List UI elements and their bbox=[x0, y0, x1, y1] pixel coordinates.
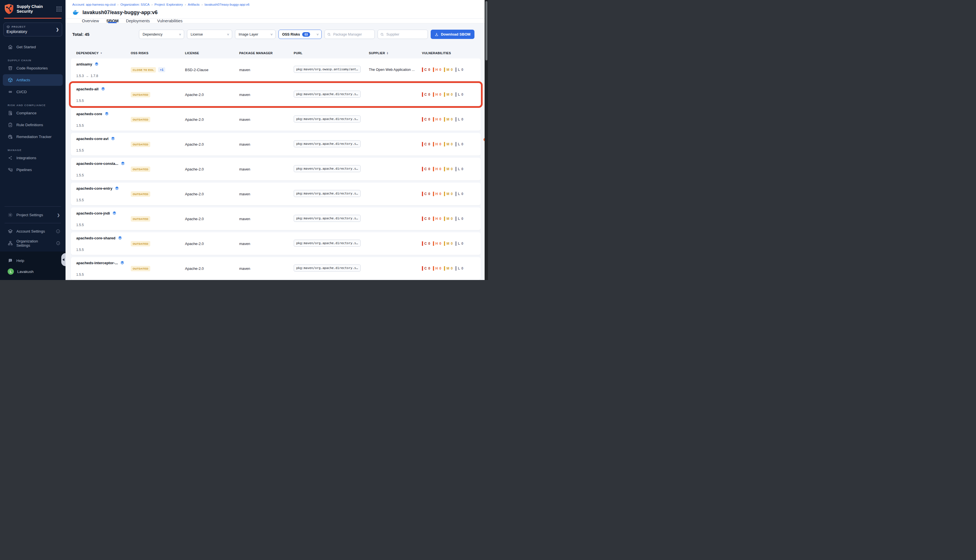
sidebar-item-organization-settings[interactable]: Organization Settingsi bbox=[3, 237, 63, 249]
purl-value[interactable]: pkg:maven/org.apache.directory.s… bbox=[294, 190, 360, 197]
license-value: Apache-2.0 bbox=[185, 242, 239, 246]
oss-risk-badge: OUTDATED bbox=[131, 241, 150, 247]
tab-sbom[interactable]: SBOM bbox=[106, 18, 118, 23]
table-row[interactable]: apacheds-all 1.5.5 OUTDATED Apache-2.0 m… bbox=[71, 83, 480, 106]
purl-value[interactable]: pkg:maven/org.apache.directory.s… bbox=[294, 215, 360, 222]
sidebar-item-label: Integrations bbox=[17, 156, 37, 160]
license-value: Apache-2.0 bbox=[185, 117, 239, 122]
dependency-version: 1.5.5 bbox=[76, 173, 131, 177]
table-row[interactable]: apacheds-core 1.5.5 OUTDATED Apache-2.0 … bbox=[71, 108, 480, 131]
sidebar-item-get-started[interactable]: Get Started bbox=[3, 41, 63, 53]
download-sbom-button[interactable]: Download SBOM bbox=[430, 30, 474, 39]
breadcrumb-link[interactable]: Organization: SSCA bbox=[120, 3, 149, 6]
sidebar-item-ci-cd[interactable]: CI/CD bbox=[3, 86, 63, 98]
vuln-count-m: M 0 bbox=[444, 167, 453, 171]
breadcrumb-link[interactable]: Project: Exploratory bbox=[155, 3, 183, 6]
vulnerability-counts: C 0H 0M 0L 0 bbox=[422, 217, 480, 221]
sidebar-item-integrations[interactable]: Integrations bbox=[3, 152, 63, 164]
oss-risks-count-badge: 03 bbox=[302, 32, 310, 37]
image-layer-filter[interactable]: Image Layer∨ bbox=[235, 30, 275, 39]
page-scrollbar[interactable] bbox=[485, 0, 488, 280]
sidebar-item-compliance[interactable]: Compliance bbox=[3, 107, 63, 119]
breadcrumb-link[interactable]: lavakush07/easy-buggy-app:v6 bbox=[204, 3, 249, 6]
dependency-name: apacheds-all bbox=[76, 87, 98, 91]
oss-risks-filter[interactable]: OSS Risks 03 ∨ bbox=[279, 30, 322, 39]
dependency-name: apacheds-core-entry bbox=[76, 186, 112, 190]
package-manager-value: maven bbox=[239, 68, 294, 72]
info-icon[interactable]: i bbox=[57, 241, 60, 245]
purl-value[interactable]: pkg:maven/org.apache.directory.s… bbox=[294, 265, 360, 272]
layers-icon bbox=[111, 136, 115, 141]
vulnerability-counts: C 0H 0M 0L 0 bbox=[422, 241, 480, 246]
vulnerability-counts: C 0H 0M 0L 0 bbox=[422, 167, 480, 171]
sidebar-item-help[interactable]: ? Help bbox=[3, 255, 63, 266]
table-row[interactable]: antisamy 1.5.3→1.7.8 CLOSE TO EOL+1 BSD-… bbox=[71, 58, 480, 81]
supplier-input[interactable] bbox=[386, 32, 425, 37]
purl-value[interactable]: pkg:maven/org.apache.directory.s… bbox=[294, 115, 360, 122]
purl-value[interactable]: pkg:maven/org.owasp.antisamy/ant… bbox=[294, 66, 360, 73]
sidebar-item-code-repositories[interactable]: Code Repositories bbox=[3, 62, 63, 74]
oss-risk-badge: OUTDATED bbox=[131, 92, 150, 97]
vuln-count-m: M 0 bbox=[444, 241, 453, 246]
dependency-version: 1.5.5 bbox=[76, 198, 131, 202]
sidebar-item-label: Rule Definitions bbox=[17, 123, 43, 127]
svg-text:?: ? bbox=[9, 259, 11, 262]
app-title: Supply Chain Security bbox=[17, 4, 53, 14]
table-row[interactable]: apacheds-core-jndi 1.5.5 OUTDATED Apache… bbox=[71, 207, 480, 230]
package-manager-value: maven bbox=[239, 267, 294, 271]
purl-value[interactable]: pkg:maven/org.apache.directory.s… bbox=[294, 140, 360, 147]
user-menu[interactable]: L Lavakush bbox=[3, 266, 63, 277]
breadcrumb-link[interactable]: Account: app-harness-ng-cicd bbox=[72, 3, 115, 6]
oss-risk-badge: OUTDATED bbox=[131, 142, 150, 147]
dependency-version: 1.5.5 bbox=[76, 148, 131, 152]
sidebar-header: Supply Chain Security bbox=[0, 0, 65, 17]
sidebar-divider bbox=[5, 206, 61, 207]
sidebar-item-rule-definitions[interactable]: Rule Definitions bbox=[3, 119, 63, 131]
breadcrumb-link[interactable]: Artifacts bbox=[188, 3, 200, 6]
oss-risk-badge: CLOSE TO EOL bbox=[131, 67, 156, 73]
sidebar-item-pipelines[interactable]: Pipelines bbox=[3, 164, 63, 175]
table-row[interactable]: apacheds-core-shared 1.5.5 OUTDATED Apac… bbox=[71, 232, 480, 255]
sidebar-item-remediation-tracker[interactable]: Remediation Tracker bbox=[3, 131, 63, 143]
table-body: antisamy 1.5.3→1.7.8 CLOSE TO EOL+1 BSD-… bbox=[71, 58, 488, 280]
dependency-name: apacheds-core-consta... bbox=[76, 162, 118, 166]
column-header-supplier[interactable]: SUPPLIER▲▼ bbox=[369, 52, 422, 55]
supplier-search bbox=[377, 30, 428, 39]
sidebar: Supply Chain Security PROJECT Explorator… bbox=[0, 0, 65, 280]
tab-deployments[interactable]: Deployments bbox=[126, 18, 150, 23]
license-filter[interactable]: License∨ bbox=[187, 30, 232, 39]
info-icon[interactable]: i bbox=[56, 230, 60, 233]
oss-risk-more-badge[interactable]: +1 bbox=[158, 67, 165, 72]
vuln-count-c: C 0 bbox=[422, 241, 430, 246]
table-row[interactable]: apacheds-core-avl 1.5.5 OUTDATED Apache-… bbox=[71, 133, 480, 155]
vuln-count-h: H 0 bbox=[433, 167, 441, 171]
vulnerability-counts: C 0H 0M 0L 0 bbox=[422, 266, 480, 271]
layers-icon bbox=[105, 112, 109, 116]
purl-value[interactable]: pkg:maven/org.apache.directory.s… bbox=[294, 91, 360, 98]
column-header-purl: PURL bbox=[294, 52, 369, 55]
sidebar-item-account-settings[interactable]: Account Settingsi bbox=[3, 225, 63, 237]
dependency-filter[interactable]: Dependency∨ bbox=[139, 30, 184, 39]
chevron-down-icon: ∨ bbox=[179, 33, 181, 36]
scrollbar-thumb[interactable] bbox=[485, 1, 487, 60]
sidebar-item-artifacts[interactable]: Artifacts bbox=[3, 74, 63, 86]
column-header-dependency[interactable]: DEPENDENCY▼ bbox=[76, 52, 131, 55]
tab-overview[interactable]: Overview bbox=[82, 18, 99, 23]
sidebar-collapse-handle[interactable] bbox=[61, 253, 65, 266]
package-manager-input[interactable] bbox=[333, 32, 372, 37]
purl-value[interactable]: pkg:maven/org.apache.directory.s… bbox=[294, 240, 360, 247]
purl-value[interactable]: pkg:maven/org.apache.directory.s… bbox=[294, 165, 360, 172]
sidebar-item-label: Organization Settings bbox=[17, 239, 50, 248]
sidebar-item-project-settings[interactable]: Project Settings❯ bbox=[3, 209, 63, 221]
layers-icon bbox=[94, 62, 99, 66]
table-row[interactable]: apacheds-core-consta... 1.5.5 OUTDATED A… bbox=[71, 158, 480, 180]
tab-vulnerabilities[interactable]: Vulnerabilities bbox=[157, 18, 183, 23]
module-grid-icon[interactable] bbox=[57, 7, 62, 12]
vuln-count-h: H 0 bbox=[433, 192, 441, 196]
project-name: Exploratory bbox=[7, 29, 56, 34]
license-value: Apache-2.0 bbox=[185, 93, 239, 97]
project-selector[interactable]: PROJECT Exploratory ❯ bbox=[3, 23, 62, 37]
vuln-count-l: L 0 bbox=[455, 117, 464, 122]
table-row[interactable]: apacheds-core-entry 1.5.5 OUTDATED Apach… bbox=[71, 183, 480, 205]
table-row[interactable]: apacheds-interceptor-... 1.5.5 OUTDATED … bbox=[71, 257, 480, 280]
